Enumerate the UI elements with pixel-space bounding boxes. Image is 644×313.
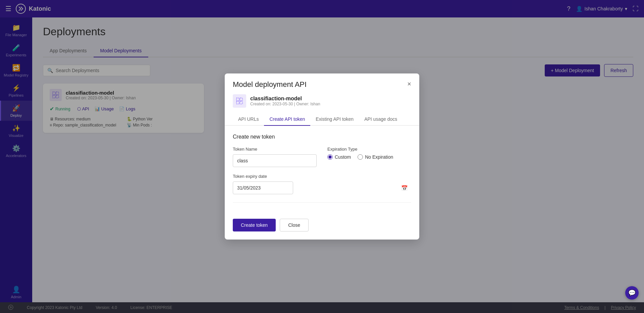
modal-model-sub: Created on: 2023-05-30 | Owner: Ishan (250, 102, 320, 106)
modal-model-icon (233, 94, 246, 108)
svg-rect-5 (236, 98, 239, 101)
svg-rect-7 (236, 101, 239, 104)
date-input-wrap: 📅 (233, 181, 411, 194)
modal-tab-api-usage-docs[interactable]: API usage docs (359, 113, 402, 126)
expiration-type-group: Expiration Type Custom No Expiration (327, 147, 411, 160)
modal-model-name: classifiaction-model (250, 96, 320, 102)
token-name-label: Token Name (233, 147, 317, 152)
radio-custom-label: Custom (335, 154, 351, 160)
token-name-group: Token Name (233, 147, 317, 167)
modal-header: Model deployment API × (225, 73, 419, 89)
token-expiry-input[interactable] (233, 181, 293, 194)
modal-tab-create-api-token[interactable]: Create API token (264, 113, 310, 126)
svg-rect-8 (240, 101, 243, 104)
svg-rect-6 (240, 98, 243, 101)
form-row: Token Name Expiration Type Custom No Exp… (233, 147, 411, 167)
close-modal-button[interactable]: Close (280, 219, 309, 231)
modal: Model deployment API × classifiaction-mo… (225, 73, 419, 240)
modal-model-details: classifiaction-model Created on: 2023-05… (250, 96, 320, 106)
modal-divider (233, 202, 411, 203)
modal-title: Model deployment API (233, 80, 307, 89)
modal-body: Create new token Token Name Expiration T… (225, 126, 419, 219)
modal-tab-existing-api-token[interactable]: Existing API token (310, 113, 359, 126)
modal-close-button[interactable]: × (407, 80, 411, 88)
radio-no-expiration-input[interactable] (358, 154, 363, 160)
token-expiry-label: Token expiry date (233, 174, 411, 179)
modal-tabs: API URLs Create API token Existing API t… (225, 113, 419, 126)
modal-model-info: classifiaction-model Created on: 2023-05… (225, 89, 419, 108)
chat-icon: 💬 (628, 289, 636, 297)
radio-group: Custom No Expiration (327, 154, 411, 160)
expiration-type-label: Expiration Type (327, 147, 411, 152)
radio-custom-input[interactable] (327, 154, 333, 160)
modal-overlay[interactable]: Model deployment API × classifiaction-mo… (0, 0, 644, 302)
create-token-button[interactable]: Create token (233, 219, 276, 231)
chat-bubble[interactable]: 💬 (625, 286, 639, 300)
expiry-date-section: Token expiry date 📅 (233, 174, 411, 194)
calendar-icon[interactable]: 📅 (401, 185, 408, 191)
modal-tab-api-urls[interactable]: API URLs (233, 113, 264, 126)
modal-section-title: Create new token (233, 134, 411, 140)
radio-custom[interactable]: Custom (327, 154, 351, 160)
radio-no-expiration-label: No Expiration (365, 154, 393, 160)
token-name-input[interactable] (233, 154, 317, 167)
modal-footer: Create token Close (225, 219, 419, 240)
radio-no-expiration[interactable]: No Expiration (358, 154, 393, 160)
